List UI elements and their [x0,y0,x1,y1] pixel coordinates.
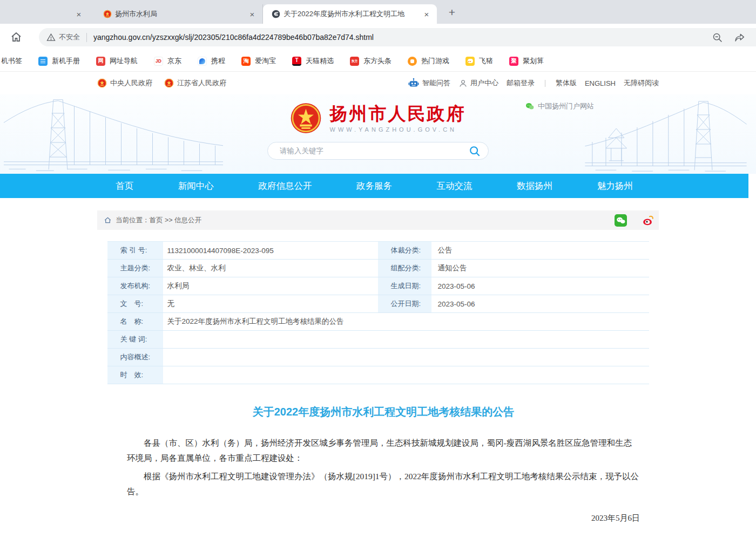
util-label: 繁体版 [556,78,577,88]
meta-label: 公开日期: [378,295,431,312]
breadcrumb-bar: 当前位置：首页 >> 信息公开 [97,210,659,230]
meta-value: 关于2022年度扬州市水利工程文明工地考核结果的公告 [163,313,649,330]
bookmark-item[interactable]: T 天猫精选 [292,56,334,66]
ctrip-icon [198,57,207,66]
site-logo[interactable]: 扬州市人民政府 WWW.YANGZHOU.GOV.CN [291,102,466,134]
nav-item-info-disclosure[interactable]: 政府信息公开 [258,174,312,198]
tab-title: 扬州市水利局 [115,9,244,19]
meta-value [163,366,649,384]
bookmark-item[interactable]: JD 京东 [154,56,181,66]
link-central-gov[interactable]: 中央人民政府 [97,78,152,88]
nav-item-data[interactable]: 数据扬州 [517,174,552,198]
site-url: WWW.YANGZHOU.GOV.CN [330,126,466,133]
tab-announcement-active[interactable]: 关于2022年度扬州市水利工程文明工地 [263,4,437,24]
nav-item-charm[interactable]: 魅力扬州 [597,174,633,198]
meta-label: 发布机构: [107,277,163,295]
util-label: ENGLISH [585,79,616,87]
table-row: 关 键 词: [107,331,649,349]
bookmark-item[interactable]: 新机手册 [38,56,80,66]
traditional-version-link[interactable]: 繁体版 [556,78,577,88]
tab-partial[interactable] [0,4,89,24]
search-input[interactable] [279,146,469,155]
meta-label: 索 引 号: [107,242,163,259]
new-tab-button[interactable] [444,5,460,20]
bookmark-item[interactable]: 热门游戏 [408,56,449,66]
bookmark-label: 携程 [211,56,225,66]
site-banner: 扬州市人民政府 WWW.YANGZHOU.GOV.CN 中国扬州门户网站 [0,94,756,174]
home-icon [104,216,112,224]
wechat-icon [525,103,534,110]
util-label: 无障碍阅读 [624,78,659,88]
bookmark-label: 聚划算 [523,56,544,66]
article-paragraph: 各县（市、区）水利（务）局，扬州经济开发区城乡事务管理局，生态科技新城规划建设局… [127,435,640,466]
national-emblem-icon [164,78,174,88]
security-label[interactable]: 不安全 [59,32,80,42]
bookmark-item[interactable]: 聚 聚划算 [509,56,544,66]
meta-value [163,349,649,366]
portal-label: 中国扬州门户网站 [538,101,594,111]
document-meta-table: 索 引 号: 11321000014407098E-2023-095 体裁分类:… [107,241,649,384]
banner-bridge-art-left [0,96,227,174]
bookmark-item[interactable]: 东方 东方头条 [350,56,392,66]
meta-label: 组配分类: [378,260,431,277]
browser-tab-strip: 扬州市水利局 关于2022年度扬州市水利工程文明工地 [0,0,756,24]
bookmark-item[interactable]: 网 网址导航 [96,56,138,66]
bookmark-label: 天猫精选 [306,56,334,66]
user-icon [458,79,468,88]
omnibox-divider [86,33,87,42]
meta-label: 时 效: [107,366,163,384]
tab-close-icon[interactable] [422,9,431,19]
tab-close-icon[interactable] [247,9,257,19]
bookmark-item[interactable]: 携程 [198,56,225,66]
bookmarks-bar: 机书签 新机手册 网 网址导航 JD 京东 携程 淘 爱淘宝 T 天猫精选 东方… [0,51,756,72]
banner-bridge-art-right [582,98,750,174]
smart-qa-link[interactable]: 智能问答 [408,77,450,89]
breadcrumb[interactable]: 当前位置：首页 >> 信息公开 [116,216,201,225]
mail-login-link[interactable]: 邮箱登录 [507,78,535,88]
site-search [267,142,489,160]
national-emblem-icon [291,102,322,134]
meta-value: 2023-05-06 [431,295,649,312]
meta-label: 生成日期: [378,277,431,295]
manual-icon [38,57,48,66]
link-jiangsu-gov[interactable]: 江苏省人民政府 [164,78,226,88]
share-icon[interactable] [734,32,745,43]
accessibility-link[interactable]: 无障碍阅读 [624,78,659,88]
site-nav-icon: 网 [96,57,105,66]
tab-title: 关于2022年度扬州市水利工程文明工地 [284,9,418,19]
eastday-icon: 东方 [350,57,359,66]
browser-toolbar: 不安全 yangzhou.gov.cn/yzszxxgk/slj/202305/… [0,24,756,51]
url-text[interactable]: yangzhou.gov.cn/yzszxxgk/slj/202305/210c… [93,33,712,42]
meta-label: 体裁分类: [378,242,431,259]
tab-shuiliju[interactable]: 扬州市水利局 [89,4,263,24]
games-icon [408,57,417,66]
meta-value: 公告 [431,242,649,259]
english-version-link[interactable]: ENGLISH [585,79,616,87]
nav-item-news[interactable]: 新闻中心 [178,174,214,198]
meta-value: 无 [163,295,378,312]
meta-label: 关 键 词: [107,331,163,348]
nav-item-interaction[interactable]: 互动交流 [437,174,473,198]
article-date: 2023年5月6日 [127,513,640,523]
bookmark-label: 京东 [167,56,181,66]
tab-close-icon[interactable] [74,9,84,19]
bookmark-item[interactable]: 飞猪 [465,56,493,66]
meta-label: 文 号: [107,295,163,312]
nav-item-services[interactable]: 政务服务 [356,174,392,198]
jd-icon: JD [154,57,163,66]
wechat-share-icon[interactable] [615,214,627,227]
portal-link[interactable]: 中国扬州门户网站 [525,101,594,111]
zoom-out-icon[interactable] [712,32,723,43]
article-title: 关于2022年度扬州市水利工程文明工地考核结果的公告 [127,405,640,419]
weibo-share-icon[interactable] [642,214,654,227]
link-label: 中央人民政府 [110,78,152,88]
nav-item-home[interactable]: 首页 [116,174,133,198]
meta-value: 水利局 [163,277,378,295]
bookmark-item[interactable]: 淘 爱淘宝 [241,56,276,66]
search-button[interactable] [469,145,482,158]
tmall-icon: T [292,57,301,66]
home-icon[interactable] [10,31,23,44]
address-bar[interactable]: 不安全 yangzhou.gov.cn/yzszxxgk/slj/202305/… [39,28,756,46]
bookmark-item[interactable]: 机书签 [1,56,22,66]
user-center-link[interactable]: 用户中心 [458,78,498,88]
